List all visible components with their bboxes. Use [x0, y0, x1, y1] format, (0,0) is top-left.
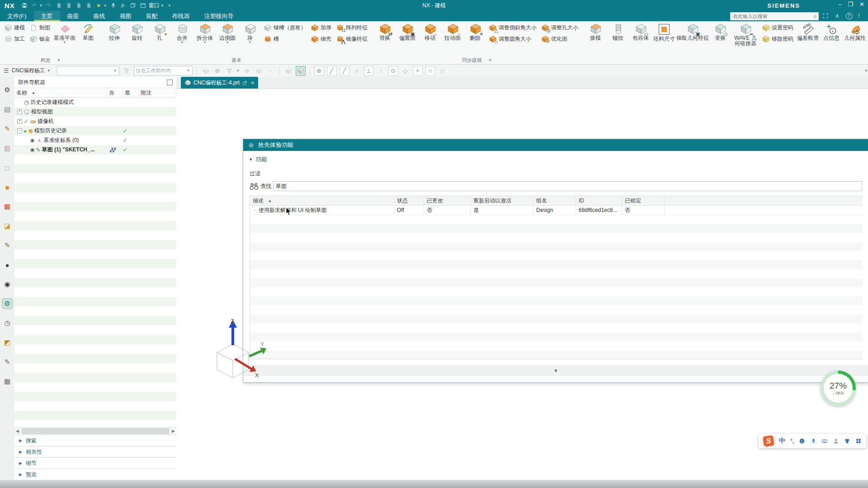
close-tab-icon[interactable]: ×	[251, 80, 255, 86]
command-finder[interactable]: ⌕	[730, 12, 819, 21]
tree-row-datum-csys[interactable]: ◉基准坐标系 (0) ✓	[14, 136, 176, 145]
snap-settings-dropdown-icon[interactable]: ▼	[236, 69, 240, 73]
button-sheet-metal[interactable]: 钣金	[27, 33, 52, 45]
column-latest[interactable]: 最	[123, 88, 139, 97]
toolbar-overflow-icon[interactable]: ▼	[864, 69, 868, 73]
collapse-icon[interactable]: −	[17, 128, 22, 133]
microphone-icon[interactable]	[108, 1, 118, 10]
info-icon[interactable]: ◉	[2, 279, 12, 289]
scroll-right-icon[interactable]: ▶	[170, 429, 176, 433]
header-locked[interactable]: 已锁定	[622, 196, 665, 205]
expand-icon[interactable]: +	[17, 109, 22, 114]
tree-row-cameras[interactable]: +✓摄像机	[14, 117, 176, 126]
menu-hamburger-icon[interactable]: ☰	[4, 67, 9, 74]
button-resize-hole[interactable]: ◎调整孔大小	[539, 22, 580, 33]
header-id[interactable]: ID	[576, 196, 622, 205]
pencil-tool-icon[interactable]: ✎	[2, 357, 12, 367]
fullscreen-icon[interactable]	[821, 12, 830, 20]
button-move-face[interactable]: ↔移动	[419, 22, 441, 42]
dropdown-icon[interactable]: ▼	[181, 41, 184, 44]
snap-pole-icon[interactable]: ∩	[352, 66, 361, 75]
selection-filter-combo[interactable]: ▼	[57, 66, 119, 75]
favorites-star-icon[interactable]: ★	[94, 1, 104, 10]
sogou-logo-icon[interactable]: S	[762, 435, 774, 447]
menu-view[interactable]: 视图	[113, 11, 139, 21]
button-transform[interactable]: ◇变换	[709, 22, 731, 42]
reuse-library-icon[interactable]: □	[2, 163, 12, 173]
sketch-tools-icon[interactable]: ✎	[2, 240, 12, 250]
quick-access-customize-icon[interactable]: ▼	[168, 4, 172, 8]
dialog-collapse-strip[interactable]: ▼	[243, 366, 868, 375]
active-tool-gear-icon[interactable]: ⚙	[2, 299, 12, 309]
section-dependencies[interactable]: ▶相关性	[14, 446, 176, 457]
point-on-curve-icon[interactable]: ⊕	[243, 66, 252, 75]
snap-settings-icon[interactable]	[225, 66, 234, 75]
button-modeling[interactable]: 建模	[2, 22, 27, 33]
scope-combo[interactable]: 仅在工作部件内▼	[134, 66, 193, 75]
undo-dropdown-icon[interactable]: ▼	[39, 4, 44, 8]
button-revolve[interactable]: 旋转	[126, 22, 148, 42]
ime-language-mode[interactable]: 中	[779, 437, 785, 445]
menu-surface[interactable]: 曲面	[60, 11, 86, 21]
dialog-title-bar[interactable]: 抢先体验功能	[243, 139, 868, 151]
minimize-ribbon-icon[interactable]: ∧	[833, 12, 842, 20]
paste-special-icon[interactable]	[84, 1, 94, 10]
snap-midpoint-icon[interactable]: ╱	[340, 66, 349, 76]
button-split-body[interactable]: 拆分体▼	[193, 22, 216, 45]
solid-body-snap-icon[interactable]	[255, 66, 264, 75]
button-pull-face[interactable]: ↑拉动面	[441, 22, 464, 42]
navigator-hscrollbar[interactable]: ◀ ▶	[14, 427, 176, 435]
roles-icon[interactable]: ◪	[2, 221, 12, 231]
snap-endpoint-icon[interactable]: ╱	[327, 66, 337, 76]
window-menu[interactable]: 窗口	[148, 2, 160, 9]
copy-icon[interactable]	[64, 1, 74, 10]
column-current[interactable]: 当	[107, 88, 123, 97]
header-description[interactable]: 描述▲	[250, 196, 394, 205]
minimize-button[interactable]: –	[838, 1, 841, 8]
favorites-dropdown-icon[interactable]: ▼	[104, 4, 108, 8]
download-progress-badge[interactable]: 27% ↓ 0K/s	[821, 371, 856, 406]
dropdown-icon[interactable]: ▼	[63, 41, 66, 44]
button-block[interactable]: 块▼	[239, 22, 261, 45]
emoji-icon[interactable]	[799, 438, 805, 444]
header-changed[interactable]: 已更改	[424, 196, 471, 205]
button-thicken[interactable]: 加厚	[308, 22, 334, 33]
menu-mold-wizard[interactable]: 注塑模向导	[197, 11, 241, 21]
scrollbar-thumb[interactable]	[22, 428, 169, 434]
button-extract-geometry[interactable]: ▣抽取几何特征	[676, 22, 709, 42]
button-set-password[interactable]: 设置密码	[760, 22, 796, 33]
part-navigator-icon[interactable]: ▥	[2, 143, 12, 153]
button-replace-face[interactable]: ⇄替换	[373, 22, 396, 42]
button-resize-blend[interactable]: ∩调整圆角大小	[486, 33, 539, 45]
window-cascade-icon[interactable]	[128, 1, 138, 10]
tree-row-history-mode[interactable]: ◷历史记录建模模式	[14, 98, 176, 107]
button-delete-face[interactable]: ×删除	[464, 22, 486, 42]
button-shell[interactable]: 抽壳	[308, 33, 334, 45]
measure-tool-icon[interactable]: ◩	[2, 338, 12, 347]
panel-float-icon[interactable]	[167, 80, 173, 85]
visibility-eye-icon[interactable]: ◉	[30, 147, 35, 153]
section-details[interactable]: ▶细节	[14, 457, 176, 469]
window-menu-dropdown-icon[interactable]: ▼	[160, 4, 165, 8]
header-status[interactable]: 状态	[394, 196, 424, 205]
menu-home[interactable]: 主页	[34, 11, 60, 21]
table-row[interactable]: ⋯使用新求解器和 UI 绘制草图 Off 否 是 Design 68df6ced…	[250, 206, 863, 215]
button-optimize-face[interactable]: ✓优化面	[539, 33, 580, 45]
help-icon[interactable]: ?	[844, 12, 854, 20]
section-preview[interactable]: ▶预览	[14, 469, 176, 480]
header-group[interactable]: 组名	[533, 196, 576, 205]
shaded-view-icon[interactable]	[284, 66, 293, 75]
soft-keyboard-icon[interactable]	[821, 438, 828, 444]
dropdown-icon[interactable]: ▼	[226, 41, 229, 44]
button-draft[interactable]: 拔模	[584, 22, 607, 42]
section-search[interactable]: ▶搜索	[14, 435, 176, 446]
highlight-ghost-icon[interactable]	[201, 66, 210, 75]
button-extrude[interactable]: 拉伸	[103, 22, 126, 42]
ime-punctuation-mode[interactable]: °,	[790, 438, 794, 444]
dropdown-icon[interactable]: ▼	[249, 41, 252, 44]
features-section-header[interactable]: ▼ 功能	[249, 155, 868, 164]
dropdown-icon[interactable]: ▼	[203, 41, 207, 44]
column-note[interactable]: 附注	[139, 88, 176, 97]
tree-row-sketch[interactable]: ◉✎草图 (1) "SKETCH_... ▞▞ ✓	[14, 145, 176, 155]
alerts-icon[interactable]: !	[854, 12, 863, 20]
